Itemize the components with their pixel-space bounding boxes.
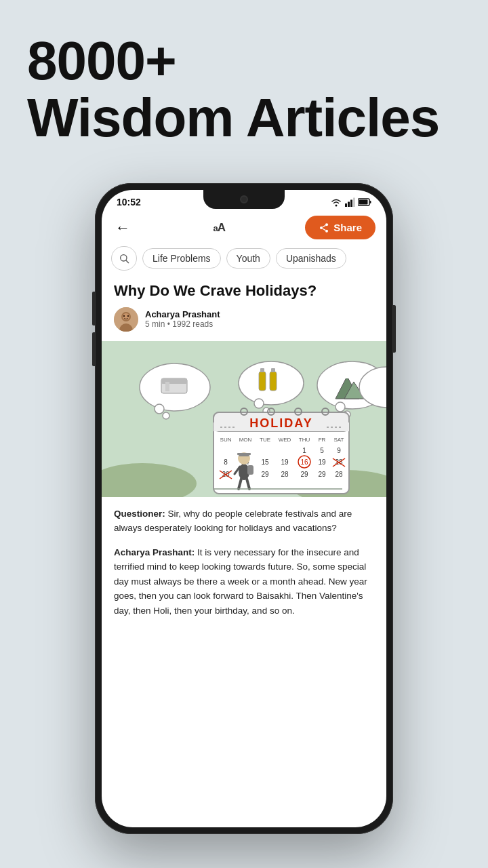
svg-text:HOLIDAY: HOLIDAY (249, 416, 312, 430)
acharya-paragraph: Acharya Prashant: It is very necessary f… (114, 545, 374, 618)
svg-rect-35 (271, 368, 275, 372)
author-row: Acharya Prashant 5 min • 1992 reads (114, 307, 374, 332)
svg-text:29: 29 (300, 471, 308, 478)
svg-rect-34 (270, 372, 277, 391)
svg-rect-5 (370, 201, 371, 203)
svg-rect-33 (260, 368, 264, 372)
svg-point-8 (320, 226, 323, 229)
phone-frame: 10:52 (95, 183, 393, 834)
svg-point-25 (163, 412, 169, 419)
svg-text:29: 29 (261, 471, 269, 478)
phone-screen: 10:52 (102, 190, 386, 827)
svg-rect-85 (237, 453, 251, 455)
font-size-toggle[interactable]: aA (213, 221, 225, 235)
svg-text:29: 29 (318, 471, 326, 478)
svg-text:SAT: SAT (334, 437, 344, 443)
svg-point-7 (325, 223, 328, 226)
hero-title-line1: 8000+ (27, 31, 176, 91)
category-pill-youth[interactable]: Youth (226, 248, 270, 269)
svg-text:8: 8 (224, 458, 228, 466)
svg-rect-28 (165, 382, 169, 391)
svg-text:19: 19 (281, 458, 289, 466)
share-icon (319, 222, 329, 233)
article-meta: 5 min • 1992 reads (145, 319, 220, 329)
phone-notch (203, 190, 285, 209)
svg-point-30 (254, 399, 264, 408)
svg-point-9 (325, 229, 328, 232)
status-icons (331, 197, 371, 207)
article-body: Questioner: Sir, why do people celebrate… (102, 507, 386, 642)
svg-text:WED: WED (279, 437, 291, 443)
svg-text:THU: THU (299, 437, 310, 443)
search-icon (119, 253, 129, 264)
svg-text:16: 16 (300, 458, 308, 466)
hero-title-line2: Wisdom Articles (27, 87, 439, 148)
svg-rect-86 (247, 465, 253, 475)
article-section: Why Do We Crave Holidays? (102, 279, 386, 332)
share-button[interactable]: Share (305, 216, 375, 239)
svg-rect-2 (350, 200, 352, 208)
status-time: 10:52 (117, 197, 141, 208)
svg-rect-27 (161, 378, 187, 384)
hero-title: 8000+ Wisdom Articles (27, 33, 461, 146)
svg-text:1: 1 (302, 447, 306, 454)
svg-text:FR: FR (319, 437, 326, 443)
svg-line-10 (323, 229, 326, 231)
svg-rect-1 (348, 202, 350, 208)
share-label: Share (333, 222, 362, 233)
svg-point-19 (127, 315, 129, 316)
svg-point-37 (336, 402, 345, 412)
back-button[interactable]: ← (113, 216, 133, 239)
svg-rect-6 (359, 200, 368, 205)
questioner-paragraph: Questioner: Sir, why do people celebrate… (114, 507, 374, 536)
hero-section: 8000+ Wisdom Articles (27, 33, 461, 146)
svg-text:9: 9 (337, 447, 341, 454)
signal-icon (344, 197, 355, 207)
svg-text:19: 19 (318, 458, 326, 466)
power-button (393, 305, 396, 353)
svg-text:TUE: TUE (260, 437, 270, 443)
svg-point-18 (123, 315, 125, 316)
svg-text:MON: MON (239, 437, 252, 443)
vol-up-button (92, 292, 95, 326)
wifi-icon (331, 197, 342, 207)
svg-point-24 (155, 404, 164, 414)
svg-text:28: 28 (335, 471, 343, 478)
author-avatar (114, 307, 138, 332)
svg-rect-32 (259, 372, 266, 391)
author-info: Acharya Prashant 5 min • 1992 reads (145, 309, 220, 329)
acharya-label: Acharya Prashant: (114, 547, 195, 557)
battery-icon (358, 198, 371, 206)
svg-rect-3 (353, 198, 355, 208)
svg-line-13 (126, 260, 129, 263)
svg-rect-0 (345, 203, 347, 207)
svg-text:5: 5 (320, 447, 324, 454)
camera (240, 195, 248, 203)
app-toolbar: ← aA Share (102, 210, 386, 246)
questioner-label: Questioner: (114, 509, 165, 519)
article-title: Why Do We Crave Holidays? (114, 281, 374, 300)
category-pill-upanishads[interactable]: Upanishads (276, 248, 346, 269)
svg-line-11 (323, 225, 326, 227)
svg-text:15: 15 (261, 458, 269, 466)
author-name: Acharya Prashant (145, 309, 220, 319)
svg-text:28: 28 (281, 471, 289, 478)
category-bar: Life Problems Youth Upanishads (102, 246, 386, 279)
article-image: HOLIDAY SUN MON TUE WED THU FR SAT 1 5 9 (102, 341, 386, 497)
svg-text:SUN: SUN (220, 437, 232, 443)
vol-down-button (92, 332, 95, 366)
phone-mockup: 10:52 (95, 183, 393, 834)
search-pill[interactable] (111, 246, 137, 271)
category-pill-life-problems[interactable]: Life Problems (142, 248, 221, 269)
